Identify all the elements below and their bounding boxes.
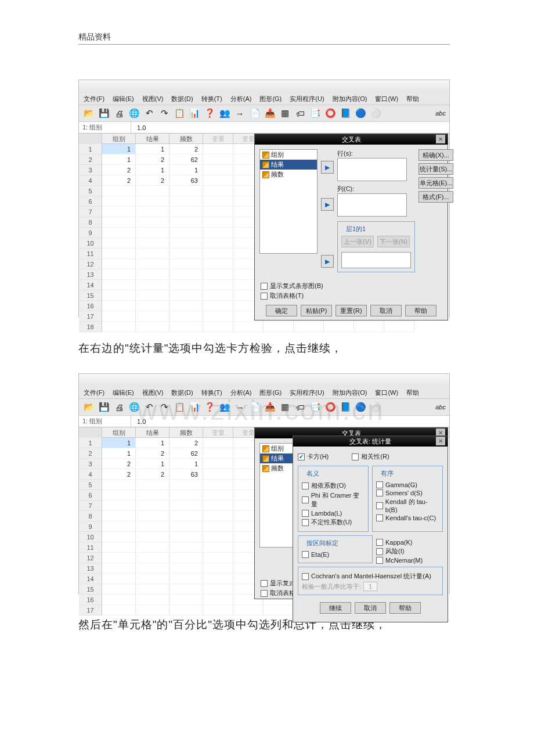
toolbar-icon[interactable]: 📑 bbox=[309, 107, 322, 120]
cmh-checkbox[interactable]: Cochran's and Mantel-Haenszel 统计量(A) bbox=[302, 572, 439, 581]
toolbar-icon[interactable]: 📄 bbox=[248, 401, 261, 413]
toolbar-icon[interactable]: 🔵 bbox=[354, 401, 367, 413]
toolbar-icon[interactable]: 🔵 bbox=[354, 107, 367, 120]
toolbar-icon[interactable]: 🌐 bbox=[128, 107, 140, 120]
close-icon[interactable]: ✕ bbox=[436, 135, 445, 143]
col-field[interactable] bbox=[337, 193, 407, 217]
menu-item[interactable]: 编辑(E) bbox=[113, 95, 134, 103]
dialog-button[interactable]: 取消 bbox=[355, 602, 386, 614]
variable-item[interactable]: 频数 bbox=[260, 170, 317, 179]
crosstab-dialog[interactable]: 交叉表✕ 组别结果频数 ▶ ▶ ▶ 行(s): 列(C): bbox=[254, 134, 448, 321]
side-button[interactable]: 单元格(E)... bbox=[418, 177, 453, 189]
toolbar-icon[interactable]: 📥 bbox=[264, 401, 276, 413]
toolbar-icon[interactable]: ↶ bbox=[143, 401, 156, 413]
chi-square-checkbox[interactable]: ✔卡方(H) bbox=[298, 452, 329, 461]
abc-icon[interactable]: abc bbox=[435, 110, 446, 117]
risk-checkbox[interactable]: 风险(I) bbox=[376, 547, 443, 556]
toolbar-icon[interactable]: ⭕ bbox=[324, 401, 337, 413]
toolbar-icon[interactable]: 📊 bbox=[188, 401, 201, 413]
toolbar-icon[interactable]: ❓ bbox=[203, 401, 216, 413]
menu-item[interactable]: 图形(G) bbox=[259, 388, 282, 397]
toolbar-icon[interactable]: 📂 bbox=[82, 107, 95, 120]
toolbar-icon[interactable]: → bbox=[233, 107, 246, 120]
menu-item[interactable]: 编辑(E) bbox=[113, 388, 134, 397]
toolbar-icon[interactable]: 📥 bbox=[264, 107, 276, 120]
toolbar-icon[interactable]: ⭕ bbox=[324, 107, 337, 120]
toolbar-icon[interactable]: 👥 bbox=[218, 107, 231, 120]
menu-item[interactable]: 视图(V) bbox=[142, 95, 164, 103]
toolbar-icon[interactable]: ↶ bbox=[143, 107, 156, 120]
menu-item[interactable]: 实用程序(U) bbox=[290, 95, 324, 103]
toolbar-icon[interactable]: ❓ bbox=[203, 107, 216, 120]
menu-item[interactable]: 转换(T) bbox=[201, 388, 222, 397]
toolbar-icon[interactable]: 💾 bbox=[98, 401, 110, 413]
menu-item[interactable]: 图形(G) bbox=[259, 95, 282, 103]
toolbar-icon[interactable]: 📘 bbox=[339, 107, 352, 120]
menu-item[interactable]: 帮助 bbox=[406, 95, 419, 103]
toolbar-icon[interactable]: 🖨 bbox=[113, 107, 125, 120]
menu-item[interactable]: 文件(F) bbox=[84, 388, 104, 397]
stat-checkbox[interactable]: Gamma(G) bbox=[376, 481, 439, 488]
menu-item[interactable]: 窗口(W) bbox=[375, 388, 398, 397]
toolbar-icon[interactable]: 🌐 bbox=[128, 401, 140, 413]
toolbar-icon[interactable]: 📂 bbox=[82, 401, 95, 413]
correlations-checkbox[interactable]: 相关性(R) bbox=[352, 452, 389, 461]
dialog-button[interactable]: 重置(R) bbox=[335, 305, 367, 316]
clustered-bar-checkbox[interactable]: 显示复式条形图(B) bbox=[261, 282, 442, 290]
side-button[interactable]: 精确(X)... bbox=[418, 149, 453, 161]
menu-item[interactable]: 附加内容(O) bbox=[333, 95, 367, 103]
stat-checkbox[interactable]: Phi 和 Cramer 变量 bbox=[302, 491, 365, 509]
menu-item[interactable]: 分析(A) bbox=[230, 95, 252, 103]
cellbar-value[interactable]: 1.0 bbox=[131, 123, 151, 132]
toolbar-icon[interactable]: ↷ bbox=[158, 107, 171, 120]
dialog-button[interactable]: 帮助 bbox=[389, 602, 421, 614]
toolbar-icon[interactable]: 📄 bbox=[248, 107, 261, 120]
menu-item[interactable]: 视图(V) bbox=[142, 388, 164, 397]
variable-list[interactable]: 组别结果频数 bbox=[259, 149, 317, 254]
toolbar-icon[interactable]: 🏷 bbox=[294, 401, 306, 413]
toolbar-icon[interactable]: 🏷 bbox=[294, 107, 306, 120]
statistics-dialog[interactable]: 交叉表: 统计量✕ ✔卡方(H) 相关性(R) 名义 相依系数(O)Phi 和 … bbox=[293, 435, 448, 622]
toolbar-icon[interactable]: ▦ bbox=[279, 107, 291, 120]
toolbar-icon[interactable]: ↷ bbox=[158, 401, 171, 413]
toolbar-icon[interactable]: 📋 bbox=[173, 401, 186, 413]
menu-item[interactable]: 转换(T) bbox=[201, 95, 222, 103]
mcnemar-checkbox[interactable]: McNemar(M) bbox=[376, 557, 443, 564]
dialog-button[interactable]: 粘贴(P) bbox=[301, 305, 332, 316]
eta-checkbox[interactable]: Eta(E) bbox=[302, 551, 369, 558]
menu-item[interactable]: 文件(F) bbox=[84, 95, 104, 103]
toolbar-icon[interactable]: 📑 bbox=[309, 401, 322, 413]
menubar[interactable]: 文件(F)编辑(E)视图(V)数据(D)转换(T)分析(A)图形(G)实用程序(… bbox=[79, 93, 449, 105]
toolbar-icon[interactable]: 💾 bbox=[98, 107, 110, 120]
stat-checkbox[interactable]: Kendall 的 tau-b(B) bbox=[376, 498, 439, 513]
menu-item[interactable]: 数据(D) bbox=[171, 95, 193, 103]
row-field[interactable] bbox=[337, 158, 407, 181]
toolbar-icon[interactable]: → bbox=[233, 401, 246, 413]
move-right-icon[interactable]: ▶ bbox=[321, 161, 334, 174]
toolbar-icon[interactable]: 📋 bbox=[173, 107, 186, 120]
menubar[interactable]: 文件(F)编辑(E)视图(V)数据(D)转换(T)分析(A)图形(G)实用程序(… bbox=[79, 387, 449, 398]
stat-checkbox[interactable]: Lambda(L) bbox=[302, 510, 365, 517]
toolbar-icon[interactable]: 📘 bbox=[339, 401, 352, 413]
dialog-button[interactable]: 继续 bbox=[320, 602, 351, 614]
stat-checkbox[interactable]: 相依系数(O) bbox=[302, 481, 365, 490]
close-icon[interactable]: ✕ bbox=[436, 437, 445, 445]
toolbar-icon[interactable]: 👥 bbox=[218, 401, 231, 413]
variable-item[interactable]: 组别 bbox=[260, 150, 317, 160]
move-right-icon[interactable]: ▶ bbox=[321, 198, 334, 211]
abc-icon[interactable]: abc bbox=[435, 404, 446, 411]
dialog-button[interactable]: 取消 bbox=[370, 305, 402, 316]
stat-checkbox[interactable]: Kendall's tau-c(C) bbox=[376, 514, 439, 521]
stat-checkbox[interactable]: Somers' d(S) bbox=[376, 489, 439, 496]
toolbar-icon[interactable]: ▦ bbox=[279, 401, 291, 413]
menu-item[interactable]: 附加内容(O) bbox=[333, 388, 367, 397]
kappa-checkbox[interactable]: Kappa(K) bbox=[376, 539, 443, 546]
side-button[interactable]: 统计量(S)... bbox=[418, 163, 453, 175]
menu-item[interactable]: 实用程序(U) bbox=[290, 388, 324, 397]
variable-item[interactable]: 结果 bbox=[260, 160, 317, 170]
toolbar-icon[interactable]: ⚪ bbox=[369, 107, 382, 120]
dialog-button[interactable]: 帮助 bbox=[405, 305, 436, 316]
toolbar[interactable]: 📂💾🖨🌐↶↷📋📊❓👥→📄📥▦🏷📑⭕📘🔵⚪abc bbox=[79, 105, 449, 122]
layer-field[interactable] bbox=[341, 252, 411, 268]
cellbar-value[interactable]: 1.0 bbox=[131, 417, 151, 426]
